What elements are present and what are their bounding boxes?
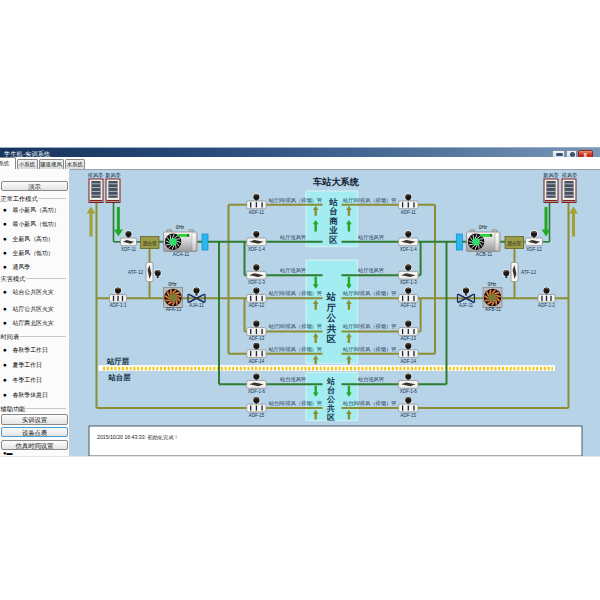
svg-text:公: 公 [326, 312, 337, 323]
svg-text:0Hz: 0Hz [176, 225, 185, 230]
svg-text:站台层: 站台层 [107, 373, 131, 382]
svg-text:站台回/排风（排烟）管: 站台回/排风（排烟）管 [343, 400, 396, 407]
svg-text:台: 台 [329, 206, 337, 216]
svg-text:站台送风管: 站台送风管 [280, 376, 306, 383]
svg-text:ADF-14: ADF-14 [249, 359, 265, 364]
svg-text:AFB-11: AFB-11 [485, 307, 501, 312]
svg-text:站台送风管: 站台送风管 [358, 376, 384, 383]
svg-text:ADF-12: ADF-12 [401, 303, 417, 308]
svg-text:站厅回/排风（排烟）管: 站厅回/排风（排烟）管 [269, 290, 322, 297]
svg-text:站厅回/排风（排烟）管: 站厅回/排风（排烟）管 [343, 346, 396, 353]
svg-text:站厅送风管: 站厅送风管 [280, 267, 306, 274]
svg-text:ATF-12: ATF-12 [521, 270, 536, 275]
svg-text:ACA-11: ACA-11 [173, 252, 190, 257]
svg-text:XDF-11: XDF-11 [121, 247, 137, 252]
svg-text:ADF-14: ADF-14 [401, 359, 417, 364]
svg-text:ATF-12: ATF-12 [128, 270, 143, 275]
svg-text:XDF-1-3: XDF-1-3 [248, 280, 265, 285]
svg-text:ACB-11: ACB-11 [476, 252, 493, 257]
svg-text:ADF-12: ADF-12 [249, 303, 265, 308]
svg-text:XDF-1-4: XDF-1-4 [400, 247, 417, 252]
svg-text:ADF-13: ADF-13 [249, 336, 265, 341]
svg-text:ADF-15: ADF-15 [401, 413, 417, 418]
svg-text:站厅回/排风（排烟）管: 站厅回/排风（排烟）管 [343, 290, 396, 297]
svg-text:ADF-11: ADF-11 [401, 210, 417, 215]
svg-text:站厅回/排风（排烟）管: 站厅回/排风（排烟）管 [269, 197, 322, 204]
svg-text:站厅回/排风（排烟）管: 站厅回/排风（排烟）管 [269, 346, 322, 353]
svg-text:商: 商 [329, 216, 338, 226]
svg-text:站厅回/排风（排烟）管: 站厅回/排风（排烟）管 [343, 197, 396, 204]
svg-text:混合室: 混合室 [143, 240, 158, 247]
svg-text:共: 共 [326, 404, 335, 413]
svg-text:站厅送风管: 站厅送风管 [358, 234, 384, 241]
svg-text:站: 站 [326, 377, 335, 386]
svg-text:AJA-11: AJA-11 [189, 303, 204, 308]
svg-text:区: 区 [327, 413, 335, 422]
svg-text:0Hz: 0Hz [479, 225, 488, 230]
svg-text:XDF-1-3: XDF-1-3 [400, 280, 417, 285]
svg-text:排风亭: 排风亭 [562, 172, 578, 178]
svg-text:ADF-1-1: ADF-1-1 [109, 303, 126, 308]
svg-text:AJF-11: AJF-11 [459, 303, 474, 308]
svg-text:XDF-1-6: XDF-1-6 [400, 389, 417, 394]
svg-text:ADF-11: ADF-11 [249, 210, 265, 215]
svg-text:公: 公 [326, 395, 336, 404]
svg-text:站台回/排风（排烟）管: 站台回/排风（排烟）管 [269, 400, 322, 407]
svg-text:混合室: 混合室 [507, 240, 522, 247]
svg-text:区: 区 [327, 333, 336, 344]
svg-text:ADF-15: ADF-15 [249, 413, 265, 418]
svg-text:业: 业 [328, 225, 338, 235]
svg-text:新风亭: 新风亭 [105, 172, 121, 178]
svg-text:0Hz: 0Hz [488, 282, 497, 287]
svg-text:XDF-12: XDF-12 [526, 247, 542, 252]
svg-text:厅: 厅 [326, 302, 336, 313]
svg-text:区: 区 [329, 235, 338, 245]
svg-text:ADF-13: ADF-13 [401, 336, 417, 341]
svg-text:XDF-1-6: XDF-1-6 [248, 389, 265, 394]
svg-text:2015/10/20 16:43:33: 初始化完成！: 2015/10/20 16:43:33: 初始化完成！ [97, 434, 179, 441]
svg-text:XDF-1-4: XDF-1-4 [248, 247, 265, 252]
svg-text:站厅回/排风（排烟）管: 站厅回/排风（排烟）管 [269, 323, 322, 330]
svg-text:台: 台 [327, 385, 335, 395]
svg-text:站厅送风管: 站厅送风管 [358, 267, 384, 274]
svg-text:站: 站 [328, 197, 338, 207]
svg-text:站厅层: 站厅层 [106, 357, 130, 366]
svg-text:站: 站 [326, 291, 337, 302]
svg-text:AFA-11: AFA-11 [166, 307, 182, 312]
svg-text:排风亭: 排风亭 [88, 172, 104, 178]
svg-text:车站大系统: 车站大系统 [312, 176, 360, 187]
svg-text:新风亭: 新风亭 [543, 172, 559, 178]
svg-text:0Hz: 0Hz [168, 282, 177, 287]
svg-text:站厅回/排风（排烟）管: 站厅回/排风（排烟）管 [343, 323, 396, 330]
svg-text:站厅送风管: 站厅送风管 [280, 234, 306, 241]
svg-text:共: 共 [326, 323, 337, 334]
svg-text:ADF-1-2: ADF-1-2 [538, 303, 555, 308]
